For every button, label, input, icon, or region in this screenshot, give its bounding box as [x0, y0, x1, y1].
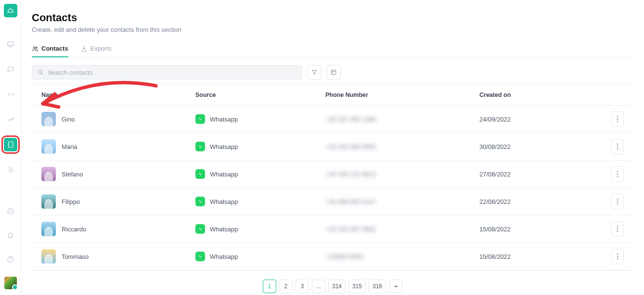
source-label: Whatsapp: [210, 171, 238, 178]
table-row[interactable]: StefanoWhatsapp+39 349 232 981527/08/202…: [32, 161, 633, 188]
tabs: Contacts Exports: [32, 45, 633, 57]
bell-icon: [7, 231, 14, 239]
dots-vertical-icon: [617, 171, 618, 177]
dots-vertical-icon: [617, 253, 618, 260]
cell-phone: +39 331 365 1388: [325, 116, 479, 123]
svg-point-27: [617, 146, 618, 148]
user-avatar[interactable]: [4, 277, 17, 289]
svg-point-28: [617, 148, 618, 150]
svg-point-39: [617, 228, 618, 230]
svg-line-17: [41, 73, 43, 75]
book-icon: [7, 141, 14, 148]
row-menu-button[interactable]: [611, 139, 624, 154]
contact-avatar: [41, 194, 56, 209]
page-3[interactable]: 3: [296, 280, 309, 293]
table-row[interactable]: FilippoWhatsapp+39 369 983 814722/08/202…: [32, 188, 633, 215]
nav-analytics[interactable]: [4, 113, 17, 126]
filter-button[interactable]: [307, 65, 322, 80]
nav-help[interactable]: [4, 253, 17, 266]
row-menu-button[interactable]: [611, 166, 624, 182]
search-input[interactable]: [48, 69, 297, 76]
cell-source: Whatsapp: [195, 224, 325, 234]
svg-rect-18: [331, 70, 335, 74]
source-label: Whatsapp: [210, 253, 238, 260]
nav-notifications[interactable]: [4, 228, 17, 242]
cell-source: Whatsapp: [195, 197, 325, 206]
svg-point-29: [198, 172, 203, 176]
app-logo[interactable]: [4, 4, 17, 17]
tab-contacts[interactable]: Contacts: [32, 45, 68, 57]
cell-name: Riccardo: [41, 222, 195, 236]
source-label: Whatsapp: [210, 198, 238, 205]
svg-point-16: [39, 70, 42, 74]
svg-rect-2: [8, 42, 13, 46]
row-menu-button[interactable]: [611, 194, 624, 209]
dots-vertical-icon: [617, 116, 618, 122]
nav-settings[interactable]: [4, 163, 17, 176]
help-icon: [7, 255, 14, 263]
nav-broadcast[interactable]: [4, 88, 17, 101]
cell-phone: +39 369 983 8147: [325, 198, 479, 205]
svg-point-15: [36, 47, 38, 48]
svg-point-38: [617, 226, 618, 228]
row-menu-button[interactable]: [611, 221, 624, 237]
table-header: Name Source Phone Number Created on: [32, 84, 633, 106]
search-icon: [37, 69, 44, 76]
table-row[interactable]: RiccardoWhatsapp+39 329 697 088215/08/20…: [32, 215, 633, 243]
whatsapp-icon: [195, 169, 205, 179]
svg-point-26: [617, 144, 618, 145]
page-2[interactable]: 2: [279, 280, 293, 293]
controls-bar: [32, 65, 633, 80]
page-next[interactable]: [389, 280, 402, 293]
svg-point-33: [198, 199, 203, 204]
page-316[interactable]: 316: [369, 280, 386, 293]
search-input-wrap[interactable]: [32, 65, 302, 80]
table-row[interactable]: GinoWhatsapp+39 331 365 138824/09/2022: [32, 106, 633, 133]
page-315[interactable]: 315: [348, 280, 366, 293]
cell-created: 30/08/2022: [479, 143, 597, 150]
tab-exports[interactable]: Exports: [81, 45, 112, 57]
svg-point-41: [198, 254, 203, 259]
columns-icon: [330, 69, 337, 76]
row-menu-button[interactable]: [611, 111, 624, 127]
gear-icon: [7, 166, 14, 174]
nav-whatsapp[interactable]: [4, 204, 17, 218]
whatsapp-icon: [195, 142, 205, 151]
contact-name: Maria: [62, 143, 77, 150]
row-menu-button[interactable]: [611, 249, 624, 264]
columns-button[interactable]: [326, 65, 341, 80]
contact-avatar: [41, 222, 56, 236]
nav-dashboard[interactable]: [4, 38, 17, 51]
svg-point-23: [617, 119, 618, 120]
page-1[interactable]: 1: [263, 280, 276, 293]
pagination: 123...314315316: [32, 270, 633, 295]
svg-point-44: [617, 258, 618, 260]
cell-created: 27/08/2022: [479, 171, 597, 178]
chat-icon: [7, 66, 14, 73]
contact-name: Riccardo: [62, 226, 86, 233]
svg-point-36: [617, 203, 618, 205]
cell-phone: +39 345 586 9555: [325, 143, 479, 150]
svg-point-1: [10, 8, 11, 9]
page-314[interactable]: 314: [328, 280, 346, 293]
svg-point-21: [198, 117, 203, 121]
whatsapp-icon: [195, 252, 205, 261]
svg-point-13: [10, 260, 11, 261]
users-icon: [32, 45, 39, 52]
page-ellipsis: ...: [312, 280, 325, 293]
trend-icon: [7, 116, 14, 123]
nav-messages[interactable]: [4, 63, 17, 76]
monitor-icon: [7, 40, 14, 48]
cell-name: Maria: [41, 139, 195, 154]
dots-vertical-icon: [617, 198, 618, 205]
nav-contacts[interactable]: [4, 138, 17, 151]
contact-name: Stefano: [62, 171, 83, 178]
contact-name: Tommaso: [62, 253, 89, 260]
table-row[interactable]: MariaWhatsapp+39 345 586 955530/08/2022: [32, 133, 633, 161]
whatsapp-icon: [195, 197, 205, 206]
table-row[interactable]: TommasoWhatsapp+329697005215/08/2022: [32, 243, 633, 270]
broadcast-icon: [7, 91, 14, 98]
cell-created: 24/09/2022: [479, 116, 597, 123]
cell-name: Tommaso: [41, 249, 195, 264]
filter-icon: [311, 69, 318, 76]
